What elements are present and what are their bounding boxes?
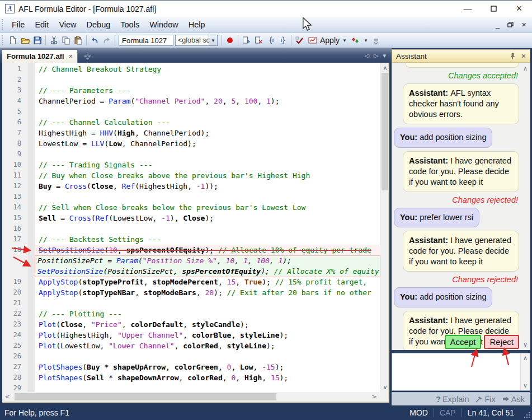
tab-nav-right-icon[interactable]: ▷ [374,52,378,59]
input-scroll-up-icon[interactable]: ∧ [521,354,530,362]
scroll-right-icon[interactable]: > [370,392,378,402]
combo-dropdown-icon[interactable]: ▼ [209,35,217,45]
code-line[interactable]: 28PlotShapes(Sell * shapeDownArrow, colo… [2,372,380,383]
code-line[interactable]: 23Plot(Close, "Price", colorDefault, sty… [2,319,380,330]
tab-formula-1027[interactable]: Formula 1027.afl × [2,49,78,63]
chat-scroll-down-icon[interactable]: ∨ [520,340,530,348]
menu-item-edit[interactable]: Edit [30,18,54,31]
code-line[interactable]: 1// Channel Breakout Strategy [2,64,380,74]
assistant-close-icon[interactable]: × [521,52,526,60]
input-scrollbar[interactable]: ∧ ∨ [520,353,530,390]
copy-icon[interactable] [60,34,72,46]
parameters-icon[interactable] [350,34,362,46]
resize-grip[interactable] [520,405,532,420]
fix-button[interactable]: Fix [475,395,495,404]
code-line[interactable]: 20ApplyStop(stopTypeNBar, stopModeBars, … [2,287,380,298]
save-file-icon[interactable] [31,34,44,46]
assistant-input-box[interactable]: ∧ ∨ [392,353,530,391]
code-line[interactable]: 15Sell = Cross(Ref(LowestLow, -1), Close… [2,213,380,223]
mdi-close-button[interactable]: × [521,22,526,27]
insert-tool-1-icon[interactable] [240,34,252,46]
code-line[interactable]: 2 [2,74,380,85]
code-line[interactable]: 10// --- Trading Signals --- [2,160,380,170]
menu-item-help[interactable]: Help [183,18,210,31]
explain-button[interactable]: ? Explain [436,395,469,404]
accept-button[interactable]: Accept [445,335,482,349]
menu-item-view[interactable]: View [54,18,81,31]
menu-item-file[interactable]: File [7,18,30,31]
tab-nav-menu-icon[interactable]: ▾ [383,52,386,59]
apply-target-combo[interactable]: <global scc▼ [175,35,218,46]
code-line[interactable]: 27PlotShapes(Buy * shapeUpArrow, colorGr… [2,362,380,372]
insert-tool-3-icon[interactable] [265,34,277,46]
code-line[interactable]: 5 [2,106,380,117]
code-line[interactable]: 26 [2,351,380,362]
code-line[interactable]: 7HighestHigh = HHV(High, ChannelPeriod); [2,128,380,138]
pin-icon[interactable] [510,53,516,60]
code-text: // --- Backtest Settings --- [39,234,380,245]
menu-item-tools[interactable]: Tools [115,18,144,31]
menu-item-debug[interactable]: Debug [82,18,116,31]
undo-icon[interactable] [88,34,101,46]
insert-tool-2-icon[interactable] [252,34,265,46]
code-line[interactable]: 25Plot(LowestLow, "Lower Channel", color… [2,340,380,351]
ask-button[interactable]: Ask [502,395,525,404]
open-file-icon[interactable] [19,34,31,46]
horizontal-scroll-thumb[interactable] [15,393,276,400]
code-line[interactable]: 24Plot(HighestHigh, "Upper Channel", col… [2,330,380,340]
code-line[interactable]: 12Buy = Cross(Close, Ref(HighestHigh, -1… [2,181,380,192]
mdi-minimize-button[interactable]: _ [496,22,500,27]
cut-icon[interactable] [48,34,60,46]
parameters-dropdown-icon[interactable]: ▼ [362,38,370,43]
code-line[interactable]: 21 [2,298,380,309]
tab-close-icon[interactable]: × [69,52,73,60]
code-line[interactable]: 17// --- Backtest Settings --- [2,234,380,245]
code-line[interactable]: 11// Buy when Close breaks above the pre… [2,170,380,181]
assistant-panel-header[interactable]: Assistant × [392,49,530,63]
code-line[interactable]: 29 [2,383,380,392]
chat-speaker: Assistant: [409,316,450,325]
input-scroll-down-icon[interactable]: ∨ [521,382,530,389]
code-line-inserted[interactable]: SetPositionSize(PositionSizePct, spsPerc… [2,266,380,277]
apply-button[interactable]: Apply▼ [305,34,350,46]
new-file-icon[interactable] [7,34,19,46]
code-line[interactable]: 16 [2,223,380,234]
redo-icon[interactable] [101,34,113,46]
window-close-button[interactable]: × [506,1,532,17]
menu-item-window[interactable]: Window [144,18,183,31]
insert-tool-4-icon[interactable] [277,34,289,46]
chat-scroll-up-icon[interactable]: ∧ [520,64,530,72]
code-line[interactable]: 9 [2,149,380,160]
scroll-left-icon[interactable]: < [3,392,11,402]
toolbar-overflow-icon[interactable] [373,36,379,45]
code-line-deleted[interactable]: 18SetPositionSize(10, spsPercentOfEquity… [2,245,380,255]
mdi-restore-button[interactable] [507,22,514,27]
reject-button[interactable]: Reject [484,335,519,349]
code-line[interactable]: 8LowestLow = LLV(Low, ChannelPeriod); [2,138,380,149]
record-icon[interactable] [224,34,236,46]
code-line[interactable]: 19ApplyStop(stopTypeProfit, stopModePerc… [2,277,380,287]
code-line[interactable]: 4ChannelPeriod = Param("Channel Period",… [2,96,380,106]
code-line[interactable]: 14// Sell when Close breaks below the pr… [2,202,380,213]
chat-scrollbar[interactable]: ∧ ∨ [520,63,530,350]
formula-name-input[interactable]: Formula 1027 [119,35,173,46]
editor-horizontal-scrollbar[interactable]: < > [2,392,389,402]
code-line[interactable]: 6// --- Channel Calculation --- [2,117,380,128]
code-editor[interactable]: 1// Channel Breakout Strategy23// --- Pa… [2,63,389,392]
chat-status-rejected: Changes rejected! [394,195,520,204]
paste-icon[interactable] [72,34,84,46]
code-line[interactable]: 13 [2,192,380,202]
window-minimize-button[interactable]: — [455,1,481,17]
document-tab-bar: Formula 1027.afl × ◁ ▷ ▾ [0,48,392,63]
line-number: 16 [2,223,21,234]
apply-dropdown-icon[interactable]: ▼ [341,38,349,43]
apply-label: Apply [320,36,340,45]
window-maximize-button[interactable] [481,1,506,17]
syntax-check-icon[interactable] [293,34,305,46]
line-number: 23 [2,319,21,330]
code-line[interactable]: 22// --- Plotting --- [2,309,380,319]
dock-move-icon[interactable] [83,52,92,60]
tab-nav-left-icon[interactable]: ◁ [365,52,369,59]
code-line-inserted[interactable]: PositionSizePct = Param("Position Size %… [2,255,380,266]
code-line[interactable]: 3// --- Parameters --- [2,85,380,96]
